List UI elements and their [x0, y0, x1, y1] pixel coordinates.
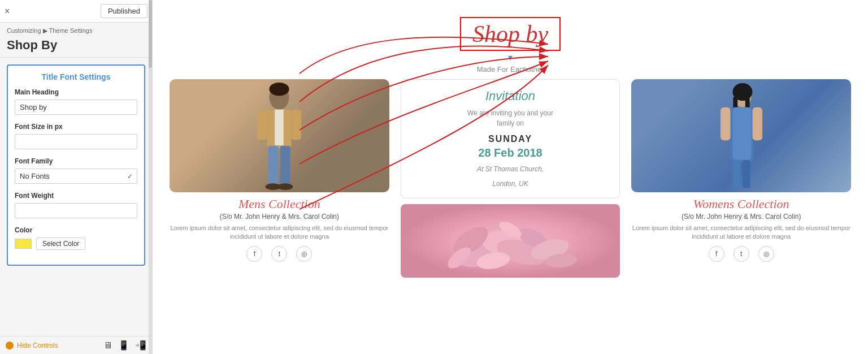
font-family-group: Font Family No Fonts Arial Georgia Helve…	[15, 157, 137, 184]
main-heading-label: Main Heading	[15, 88, 137, 96]
customizing-label: Customizing	[7, 27, 41, 34]
bottom-bar: Hide Controls 🖥 📱 📲	[0, 336, 152, 354]
svg-rect-3	[275, 109, 284, 145]
shop-by-subtext: Made For Eachother	[158, 65, 862, 74]
color-section: Select Color	[15, 238, 137, 250]
svg-point-1	[270, 82, 289, 95]
app-wrapper: × Published Customizing ▶ Theme Settings…	[0, 0, 868, 354]
invitation-text1: We are inviting you and your	[410, 108, 611, 118]
rose-petals-svg	[437, 207, 584, 275]
invitation-date: 28 Feb 2018	[410, 146, 611, 159]
preview-content: Shop by ▾ Made For Eachother	[153, 0, 868, 354]
close-button[interactable]: ×	[5, 6, 10, 16]
mens-title: Mens Collection	[170, 197, 389, 211]
invitation-day: SUNDAY	[410, 134, 611, 144]
mens-description: Lorem ipsum dolor sit amet, consectetur …	[170, 224, 389, 241]
invitation-text2: family on	[410, 118, 611, 128]
svg-rect-4	[268, 146, 279, 184]
invitation-card: Invitation We are inviting you and your …	[401, 79, 620, 198]
mobile-icon[interactable]: 📲	[135, 340, 146, 351]
font-family-label: Font Family	[15, 157, 137, 165]
device-icons: 🖥 📱 📲	[103, 340, 146, 351]
womens-description: Lorem ipsum dolor sit amet, consectetur …	[631, 224, 851, 241]
shop-by-box: Shop by	[460, 17, 561, 51]
font-size-input[interactable]	[15, 134, 137, 149]
font-size-group: Font Size in px	[15, 123, 137, 149]
select-color-button[interactable]: Select Color	[36, 238, 85, 250]
hide-icon	[6, 342, 14, 349]
font-family-select[interactable]: No Fonts Arial Georgia Helvetica Times N…	[15, 169, 137, 184]
womens-instagram-icon[interactable]: ◎	[758, 246, 774, 262]
womens-column: Womens Collection (S/o Mr. John Henry & …	[631, 79, 851, 278]
color-label: Color	[15, 226, 137, 234]
invitation-location2: London, UK	[410, 179, 611, 189]
breadcrumb-text: Customizing ▶ Theme Settings	[7, 27, 145, 34]
published-tab[interactable]: Published	[101, 4, 147, 18]
mens-column: Mens Collection (S/o Mr. John Henry & Mr…	[170, 79, 389, 278]
svg-rect-6	[257, 109, 267, 140]
mens-facebook-icon[interactable]: f	[246, 246, 262, 262]
hide-controls-button[interactable]: Hide Controls	[6, 342, 58, 349]
main-content: Shop by ▾ Made For Eachother	[153, 0, 868, 354]
woman-silhouette	[713, 81, 770, 191]
main-heading-input[interactable]	[15, 100, 137, 115]
svg-rect-7	[292, 109, 302, 140]
mens-image	[170, 79, 389, 192]
invitation-location1: At St Thomas Church,	[410, 164, 611, 174]
svg-rect-27	[752, 107, 762, 140]
womens-subtitle: (S/o Mr. John Henry & Mrs. Carol Colin)	[631, 213, 851, 221]
svg-rect-25	[732, 107, 751, 159]
rose-petals-image	[401, 204, 620, 278]
shop-by-title: Shop By	[0, 37, 152, 58]
svg-point-9	[277, 183, 293, 190]
color-group: Color Select Color	[15, 226, 137, 250]
scroll-thumb	[149, 0, 152, 68]
main-heading-group: Main Heading	[15, 88, 137, 115]
man-silhouette	[251, 81, 307, 191]
mens-subtitle: (S/o Mr. John Henry & Mrs. Carol Colin)	[170, 213, 389, 221]
center-column: Invitation We are inviting you and your …	[401, 79, 620, 278]
settings-title: Title Font Settings	[15, 72, 137, 81]
font-weight-group: Font Weight	[15, 192, 137, 218]
tablet-icon[interactable]: 📱	[118, 340, 129, 351]
svg-rect-28	[732, 160, 740, 188]
svg-rect-26	[721, 107, 731, 140]
womens-title: Womens Collection	[631, 197, 851, 211]
breadcrumb: Customizing ▶ Theme Settings	[0, 23, 152, 37]
top-bar: × Published	[0, 0, 152, 23]
font-weight-label: Font Weight	[15, 192, 137, 200]
womens-image	[631, 79, 851, 192]
font-weight-input[interactable]	[15, 203, 137, 218]
shop-by-heading: Shop by	[472, 21, 548, 47]
svg-rect-29	[743, 160, 750, 188]
panel-content: Title Font Settings Main Heading Font Si…	[0, 58, 152, 336]
theme-settings-label: Theme Settings	[49, 27, 92, 34]
settings-box: Title Font Settings Main Heading Font Si…	[7, 64, 145, 266]
hide-controls-label: Hide Controls	[17, 342, 58, 349]
womens-facebook-icon[interactable]: f	[709, 246, 724, 262]
svg-rect-5	[280, 146, 290, 184]
mens-twitter-icon[interactable]: t	[271, 246, 287, 262]
womens-twitter-icon[interactable]: t	[734, 246, 749, 262]
color-swatch[interactable]	[15, 239, 32, 249]
breadcrumb-arrow: ▶	[43, 27, 49, 34]
womens-social-icons: f t ◎	[631, 246, 851, 262]
font-family-select-wrapper: No Fonts Arial Georgia Helvetica Times N…	[15, 169, 137, 184]
heading-chevron: ▾	[158, 52, 862, 63]
mens-instagram-icon[interactable]: ◎	[296, 246, 312, 262]
left-panel: × Published Customizing ▶ Theme Settings…	[0, 0, 153, 354]
font-size-label: Font Size in px	[15, 123, 137, 131]
invitation-title: Invitation	[410, 89, 611, 103]
scrollbar[interactable]	[149, 0, 152, 354]
three-columns: Mens Collection (S/o Mr. John Henry & Mr…	[158, 79, 862, 278]
desktop-icon[interactable]: 🖥	[103, 340, 112, 351]
mens-social-icons: f t ◎	[170, 246, 389, 262]
shop-section: Shop by ▾ Made For Eachother	[158, 6, 862, 79]
